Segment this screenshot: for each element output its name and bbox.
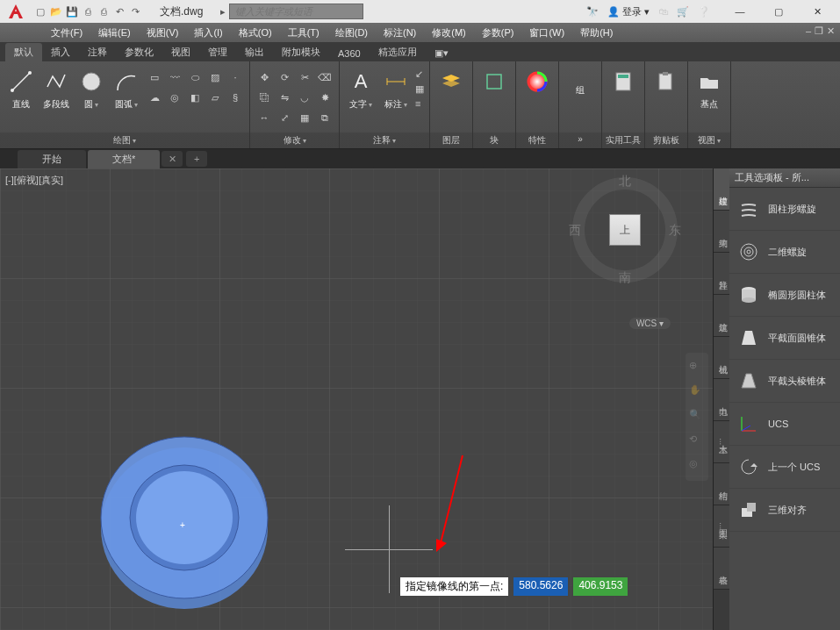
array-icon[interactable]: ▦: [296, 109, 313, 126]
search-icon[interactable]: 🔭: [586, 6, 599, 18]
panel-utils-title[interactable]: 实用工具: [602, 132, 644, 148]
spline-icon[interactable]: 〰: [166, 68, 183, 86]
rtab-parametric[interactable]: 参数化: [116, 43, 162, 61]
print-icon[interactable]: ⎙: [97, 4, 111, 18]
ptab-tables[interactable]: 表格: [714, 548, 729, 590]
ptab-arch[interactable]: 建筑: [714, 295, 729, 337]
offset-icon[interactable]: ⧉: [316, 109, 334, 126]
maximize-button[interactable]: ▢: [759, 0, 798, 23]
cart-icon[interactable]: 🛒: [677, 6, 689, 18]
palette-title[interactable]: 工具选项板 - 所...: [729, 168, 840, 188]
vc-east[interactable]: 东: [669, 223, 681, 239]
saveas-icon[interactable]: ⎙: [81, 4, 95, 18]
undo-icon[interactable]: ↶: [112, 4, 126, 18]
pt-icon[interactable]: ·: [226, 68, 244, 86]
panel-block-title[interactable]: 块: [473, 132, 515, 148]
explode-icon[interactable]: ✸: [316, 89, 334, 106]
pitem-ucs[interactable]: UCS: [729, 403, 840, 446]
table-icon[interactable]: ▦: [415, 83, 424, 95]
wipeout-icon[interactable]: ▱: [206, 89, 224, 106]
circle-button[interactable]: 圆: [75, 65, 107, 111]
steering-icon[interactable]: ◎: [689, 458, 705, 474]
rtab-output[interactable]: 输出: [236, 43, 273, 61]
menu-modify[interactable]: 修改(M): [425, 25, 473, 41]
base-button[interactable]: 基点: [693, 65, 725, 111]
region-icon[interactable]: ◧: [186, 89, 204, 106]
new-icon[interactable]: ▢: [33, 4, 47, 18]
helix-icon[interactable]: §: [226, 89, 244, 106]
menu-dimension[interactable]: 标注(N): [377, 25, 423, 41]
copy-icon[interactable]: ⿻: [255, 89, 273, 106]
app-logo[interactable]: [4, 2, 28, 21]
menu-format[interactable]: 格式(O): [232, 25, 279, 41]
move-icon[interactable]: ✥: [255, 68, 273, 86]
fullnav-icon[interactable]: ⊕: [689, 360, 705, 376]
polyline-button[interactable]: 多段线: [40, 65, 72, 111]
panel-props-title[interactable]: 特性: [516, 132, 558, 148]
layer-button[interactable]: [435, 65, 467, 95]
help-icon[interactable]: ❔: [698, 6, 710, 18]
pitem-helix[interactable]: 圆柱形螺旋: [729, 188, 840, 231]
dim-button[interactable]: 标注: [380, 65, 412, 111]
viewcube-top-face[interactable]: 上: [609, 214, 641, 246]
dyn-y-field[interactable]: 406.9153: [572, 576, 628, 597]
pitem-prev-ucs[interactable]: 上一个 UCS: [729, 446, 840, 489]
rtab-addins[interactable]: 附加模块: [273, 43, 329, 61]
text-button[interactable]: A 文字: [345, 65, 377, 111]
revcloud-icon[interactable]: ☁: [146, 89, 163, 106]
group-button[interactable]: 组: [564, 65, 596, 97]
ptab-annot[interactable]: 注释: [714, 253, 729, 295]
tab-add-button[interactable]: ✕: [162, 151, 183, 167]
drawing-canvas[interactable]: [-][俯视][真实] + 北 南: [0, 168, 840, 630]
panel-layer-title[interactable]: 图层: [430, 132, 472, 148]
close-button[interactable]: ✕: [798, 0, 836, 23]
panel-modify-title[interactable]: 修改: [250, 132, 339, 148]
redo-icon[interactable]: ↷: [128, 4, 142, 18]
ellipse-icon[interactable]: ⬭: [186, 68, 204, 86]
block-button[interactable]: [478, 65, 510, 95]
ptab-constraint[interactable]: 约束: [714, 211, 729, 253]
hatch-icon[interactable]: ▨: [206, 68, 224, 86]
panel-group-title[interactable]: »: [559, 132, 601, 148]
open-icon[interactable]: 📂: [49, 4, 63, 18]
minimize-button[interactable]: —: [721, 0, 759, 23]
menu-edit[interactable]: 编辑(E): [91, 25, 138, 41]
orbit-icon[interactable]: ⟲: [689, 433, 705, 449]
trim-icon[interactable]: ✂: [296, 68, 313, 86]
vc-north[interactable]: 北: [619, 174, 631, 190]
ptab-civil[interactable]: 土木...: [714, 421, 729, 463]
mdi-restore-icon[interactable]: ❐: [815, 25, 823, 37]
viewcube[interactable]: 北 南 东 西 上: [572, 177, 678, 283]
utils-button[interactable]: [607, 65, 639, 95]
rtab-featured[interactable]: 精选应用: [370, 43, 426, 61]
rect-icon[interactable]: ▭: [146, 68, 163, 86]
menu-window[interactable]: 窗口(W): [522, 25, 571, 41]
erase-icon[interactable]: ⌫: [316, 68, 334, 86]
mirror-icon[interactable]: ⇋: [276, 89, 293, 106]
zoom-icon[interactable]: 🔍: [689, 409, 705, 425]
menu-draw[interactable]: 绘图(D): [328, 25, 375, 41]
paste-button[interactable]: [650, 65, 682, 95]
tab-new-button[interactable]: +: [186, 151, 207, 167]
panel-annot-title[interactable]: 注释: [340, 132, 429, 148]
wcs-dropdown[interactable]: WCS ▾: [629, 318, 671, 329]
rtab-annotate[interactable]: 注释: [79, 43, 116, 61]
line-button[interactable]: 直线: [5, 65, 37, 111]
menu-insert[interactable]: 插入(I): [187, 25, 229, 41]
menu-file[interactable]: 文件(F): [44, 25, 90, 41]
panel-draw-title[interactable]: 绘图: [0, 132, 249, 148]
tab-start[interactable]: 开始: [18, 150, 86, 168]
mtext-icon[interactable]: ≡: [415, 98, 424, 109]
exchange-icon[interactable]: 🛍: [658, 6, 668, 17]
rtab-default[interactable]: 默认: [5, 43, 42, 61]
search-input[interactable]: [229, 4, 363, 19]
panel-clipboard-title[interactable]: 剪贴板: [645, 132, 687, 148]
rtab-a360[interactable]: A360: [329, 46, 370, 61]
leader-icon[interactable]: ↙: [415, 68, 424, 80]
scale-icon[interactable]: ⤢: [276, 109, 293, 126]
mdi-minimize-icon[interactable]: –: [806, 25, 811, 37]
menu-tools[interactable]: 工具(T): [281, 25, 327, 41]
rtab-view[interactable]: 视图: [162, 43, 199, 61]
ptab-elec[interactable]: 电力: [714, 379, 729, 421]
ptab-mech[interactable]: 机械: [714, 337, 729, 379]
